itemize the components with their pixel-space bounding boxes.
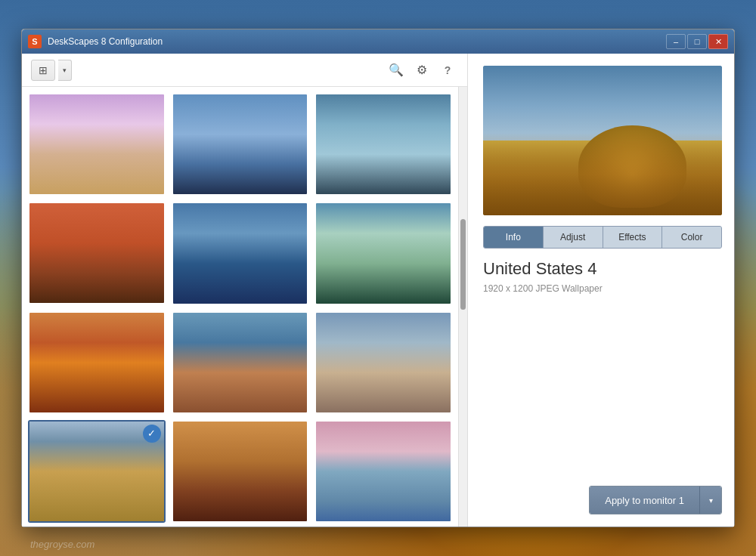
bottom-actions: Apply to monitor 1 ▾ (483, 477, 722, 514)
wallpaper-thumbnail-2 (173, 94, 308, 194)
wallpaper-item-3[interactable] (314, 93, 452, 196)
wallpaper-thumbnail-9 (316, 313, 451, 412)
wallpaper-thumbnail-7 (29, 313, 164, 412)
settings-icon: ⚙ (417, 63, 427, 77)
wallpaper-item-1[interactable] (28, 93, 166, 196)
wallpaper-item-8[interactable] (172, 311, 309, 414)
wallpaper-thumbnail-4 (29, 203, 164, 303)
preview-sky (483, 66, 722, 148)
wallpaper-item-6[interactable] (314, 202, 452, 304)
wallpaper-grid-scroll[interactable]: ✓ (22, 87, 458, 527)
preview-field (483, 141, 722, 215)
hay-bale-graphic (578, 125, 686, 208)
wallpaper-meta: 1920 x 1200 JPEG Wallpaper (483, 283, 722, 294)
window-title: DeskScapes 8 Configuration (48, 36, 660, 47)
view-dropdown-button[interactable]: ▾ (58, 60, 72, 81)
search-button[interactable]: 🔍 (386, 60, 407, 81)
help-icon: ? (445, 64, 451, 76)
wallpaper-thumbnail-6 (316, 203, 451, 303)
wallpaper-item-12[interactable] (314, 420, 452, 523)
apply-dropdown-button[interactable]: ▾ (700, 486, 721, 514)
app-window: S DeskScapes 8 Configuration – □ ✕ ⊞ ▾ � (21, 29, 735, 527)
wallpaper-thumbnail-11 (173, 422, 308, 521)
window-controls: – □ ✕ (666, 34, 728, 49)
wallpaper-item-10[interactable]: ✓ (28, 420, 166, 523)
app-icon: S (28, 35, 42, 48)
wallpaper-item-9[interactable] (314, 311, 452, 414)
minimize-button[interactable]: – (666, 34, 686, 49)
grid-icon: ⊞ (39, 64, 48, 76)
right-toolbar: 🔍 ⚙ ? (386, 60, 458, 81)
tab-adjust[interactable]: Adjust (544, 227, 603, 248)
title-bar: S DeskScapes 8 Configuration – □ ✕ (22, 29, 734, 54)
left-panel: ⊞ ▾ 🔍 ⚙ ? (22, 54, 468, 527)
apply-dropdown-arrow-icon: ▾ (709, 496, 713, 505)
apply-to-monitor-button[interactable]: Apply to monitor 1 (590, 486, 700, 514)
maximize-button[interactable]: □ (687, 34, 707, 49)
scrollbar-thumb[interactable] (460, 219, 466, 310)
wallpaper-item-11[interactable] (172, 420, 309, 523)
wallpaper-item-5[interactable] (172, 202, 309, 304)
watermark: thegroyse.com (30, 539, 94, 550)
main-content: ⊞ ▾ 🔍 ⚙ ? (22, 54, 734, 527)
tab-effects[interactable]: Effects (603, 227, 663, 248)
wallpaper-item-7[interactable] (28, 311, 166, 414)
wallpaper-thumbnail-5 (173, 203, 308, 303)
selected-checkmark: ✓ (143, 425, 161, 443)
grid-view-button[interactable]: ⊞ (31, 60, 55, 81)
wallpaper-thumbnail-3 (316, 94, 451, 194)
wallpaper-preview (483, 66, 722, 215)
toolbar: ⊞ ▾ 🔍 ⚙ ? (22, 54, 467, 87)
right-panel: Info Adjust Effects Color United States … (468, 54, 734, 527)
wallpaper-item-4[interactable] (28, 202, 166, 304)
wallpaper-info: United States 4 1920 x 1200 JPEG Wallpap… (483, 259, 722, 294)
scrollbar-track[interactable] (458, 87, 467, 527)
tab-bar: Info Adjust Effects Color (483, 226, 722, 249)
dropdown-arrow-icon: ▾ (63, 66, 67, 74)
wallpaper-item-2[interactable] (172, 93, 309, 196)
wallpaper-grid: ✓ (28, 93, 452, 527)
search-icon: 🔍 (389, 63, 404, 77)
settings-button[interactable]: ⚙ (411, 60, 432, 81)
tab-color[interactable]: Color (662, 227, 721, 248)
wallpaper-thumbnail-8 (173, 313, 308, 412)
wallpaper-thumbnail-1 (29, 94, 164, 194)
help-button[interactable]: ? (437, 60, 458, 81)
tab-info[interactable]: Info (484, 227, 544, 248)
wallpaper-grid-area: ✓ (22, 87, 467, 527)
close-button[interactable]: ✕ (708, 34, 728, 49)
wallpaper-thumbnail-12 (316, 422, 451, 521)
wallpaper-title: United States 4 (483, 259, 722, 279)
apply-button-group: Apply to monitor 1 ▾ (589, 486, 722, 514)
